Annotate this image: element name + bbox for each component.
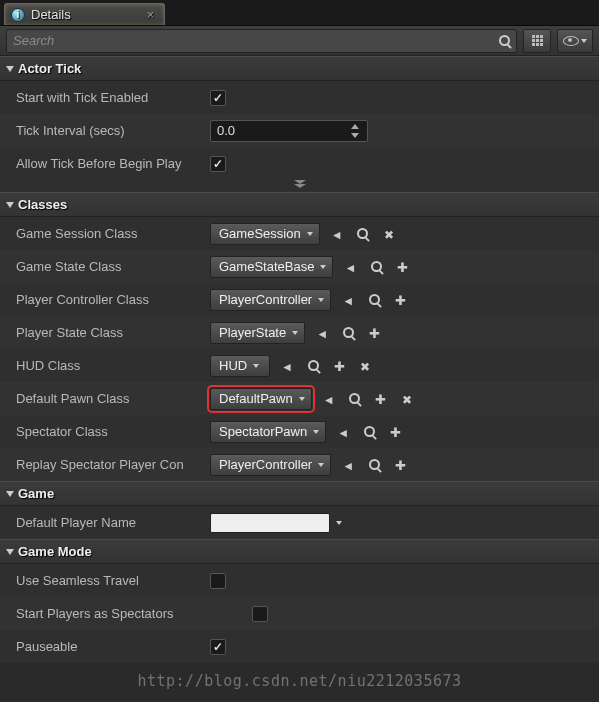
row-tick-interval: Tick Interval (secs) 0.0	[0, 114, 599, 147]
dropdown-spectator[interactable]: SpectatorPawn	[210, 421, 326, 443]
checkbox-allow-before-begin[interactable]	[210, 156, 226, 172]
add-icon[interactable]	[330, 357, 348, 374]
checkbox-pauseable[interactable]	[210, 639, 226, 655]
dropdown-replay-spectator[interactable]: PlayerController	[210, 454, 331, 476]
row-pauseable: Pauseable	[0, 630, 599, 663]
row-spectator: Spectator Class SpectatorPawn	[0, 415, 599, 448]
browse-icon[interactable]	[346, 390, 364, 407]
row-game-session: Game Session Class GameSession	[0, 217, 599, 250]
checkbox-start-spectators[interactable]	[252, 606, 268, 622]
checkbox-start-with-tick[interactable]	[210, 90, 226, 106]
dropdown-player-controller[interactable]: PlayerController	[210, 289, 331, 311]
value: PlayerState	[219, 325, 286, 340]
section-body-game-mode: Use Seamless Travel Start Players as Spe…	[0, 564, 599, 663]
reset-icon[interactable]	[339, 456, 357, 473]
text-dropdown-default-player-name[interactable]	[210, 513, 342, 533]
dropdown-default-pawn[interactable]: DefaultPawn	[210, 388, 312, 410]
row-player-controller: Player Controller Class PlayerController	[0, 283, 599, 316]
chevron-down-icon	[318, 298, 324, 302]
label: Start Players as Spectators	[0, 606, 250, 621]
chevron-down-icon	[320, 265, 326, 269]
value: HUD	[219, 358, 247, 373]
row-game-state: Game State Class GameStateBase	[0, 250, 599, 283]
dropdown-game-state[interactable]: GameStateBase	[210, 256, 333, 278]
section-title: Game Mode	[18, 544, 92, 559]
chevron-down-icon[interactable]	[336, 521, 342, 525]
label: Replay Spectator Player Con	[0, 457, 208, 472]
label: Use Seamless Travel	[0, 573, 208, 588]
reset-icon[interactable]	[341, 258, 359, 275]
value: SpectatorPawn	[219, 424, 307, 439]
row-seamless-travel: Use Seamless Travel	[0, 564, 599, 597]
label: Start with Tick Enabled	[0, 90, 208, 105]
collapse-icon	[6, 491, 14, 497]
view-options-button[interactable]	[557, 29, 593, 53]
label: Spectator Class	[0, 424, 208, 439]
section-title: Game	[18, 486, 54, 501]
reset-icon[interactable]	[339, 291, 357, 308]
collapse-icon	[6, 549, 14, 555]
reset-icon[interactable]	[278, 357, 296, 374]
add-icon[interactable]	[386, 423, 404, 440]
add-icon[interactable]	[393, 258, 411, 275]
collapse-icon	[6, 202, 14, 208]
expand-handle[interactable]	[0, 180, 599, 192]
dropdown-game-session[interactable]: GameSession	[210, 223, 320, 245]
browse-icon[interactable]	[339, 324, 357, 341]
input-tick-interval[interactable]: 0.0	[210, 120, 368, 142]
input-default-player-name[interactable]	[210, 513, 330, 533]
search-box[interactable]	[6, 29, 517, 53]
tab-bar: i Details ×	[0, 0, 599, 26]
search-icon[interactable]	[499, 32, 510, 49]
browse-icon[interactable]	[365, 291, 383, 308]
checkbox-seamless-travel[interactable]	[210, 573, 226, 589]
reset-icon[interactable]	[313, 324, 331, 341]
browse-icon[interactable]	[360, 423, 378, 440]
section-header-classes[interactable]: Classes	[0, 192, 599, 217]
tab-title: Details	[31, 7, 71, 22]
reset-icon[interactable]	[328, 225, 346, 242]
value: GameStateBase	[219, 259, 314, 274]
browse-icon[interactable]	[367, 258, 385, 275]
matrix-view-button[interactable]	[523, 29, 551, 53]
browse-icon[interactable]	[365, 456, 383, 473]
section-title: Actor Tick	[18, 61, 81, 76]
dropdown-hud[interactable]: HUD	[210, 355, 270, 377]
eye-icon	[563, 36, 579, 46]
add-icon[interactable]	[391, 456, 409, 473]
section-header-actor-tick[interactable]: Actor Tick	[0, 56, 599, 81]
spinner-icon[interactable]	[351, 124, 361, 138]
section-header-game-mode[interactable]: Game Mode	[0, 539, 599, 564]
chevron-down-icon	[318, 463, 324, 467]
browse-icon[interactable]	[304, 357, 322, 374]
row-allow-before-begin: Allow Tick Before Begin Play	[0, 147, 599, 180]
chevron-down-icon	[581, 39, 587, 43]
clear-icon[interactable]	[356, 357, 374, 374]
add-icon[interactable]	[365, 324, 383, 341]
dropdown-player-state[interactable]: PlayerState	[210, 322, 305, 344]
reset-icon[interactable]	[334, 423, 352, 440]
label: Player State Class	[0, 325, 208, 340]
reset-icon[interactable]	[320, 390, 338, 407]
label: Game Session Class	[0, 226, 208, 241]
row-hud: HUD Class HUD	[0, 349, 599, 382]
add-icon[interactable]	[372, 390, 390, 407]
section-title: Classes	[18, 197, 67, 212]
value: 0.0	[217, 123, 235, 138]
close-icon[interactable]: ×	[147, 7, 155, 22]
browse-icon[interactable]	[354, 225, 372, 242]
row-start-with-tick: Start with Tick Enabled	[0, 81, 599, 114]
label: HUD Class	[0, 358, 208, 373]
search-input[interactable]	[13, 33, 499, 48]
grid-icon	[532, 35, 543, 46]
toolbar	[0, 26, 599, 56]
section-header-game[interactable]: Game	[0, 481, 599, 506]
label: Player Controller Class	[0, 292, 208, 307]
add-icon[interactable]	[391, 291, 409, 308]
collapse-icon	[6, 66, 14, 72]
clear-icon[interactable]	[380, 225, 398, 242]
value: PlayerController	[219, 457, 312, 472]
tab-details[interactable]: i Details ×	[4, 3, 165, 25]
row-start-spectators: Start Players as Spectators	[0, 597, 599, 630]
clear-icon[interactable]	[398, 390, 416, 407]
